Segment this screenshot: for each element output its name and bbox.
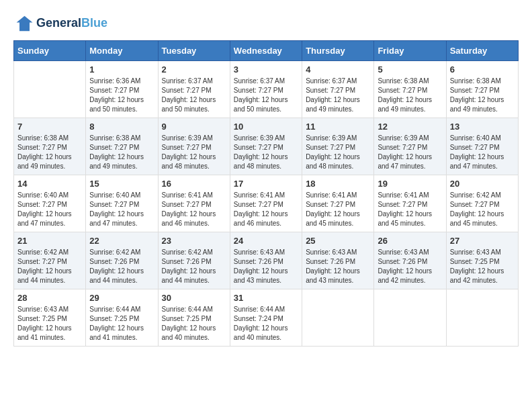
day-number: 8 xyxy=(89,122,154,132)
day-number: 30 xyxy=(162,293,226,303)
calendar-cell: 1 Sunrise: 6:36 AMSunset: 7:27 PMDayligh… xyxy=(86,61,158,118)
weekday-header: Sunday xyxy=(14,41,86,61)
day-number: 29 xyxy=(89,293,154,303)
calendar-week-row: 28 Sunrise: 6:43 AMSunset: 7:25 PMDaylig… xyxy=(14,289,519,347)
day-info: Sunrise: 6:43 AMSunset: 7:25 PMDaylight:… xyxy=(450,248,515,285)
day-number: 6 xyxy=(450,64,515,75)
calendar-cell: 20 Sunrise: 6:42 AMSunset: 7:27 PMDaylig… xyxy=(446,175,518,232)
calendar-cell: 25 Sunrise: 6:43 AMSunset: 7:26 PMDaylig… xyxy=(302,232,374,289)
day-info: Sunrise: 6:41 AMSunset: 7:27 PMDaylight:… xyxy=(234,191,298,228)
calendar-cell: 5 Sunrise: 6:38 AMSunset: 7:27 PMDayligh… xyxy=(374,61,446,118)
day-number: 14 xyxy=(17,179,82,189)
day-info: Sunrise: 6:39 AMSunset: 7:27 PMDaylight:… xyxy=(306,134,370,171)
day-number: 24 xyxy=(234,236,298,246)
day-number: 15 xyxy=(89,179,154,189)
logo-text: GeneralBlue xyxy=(36,17,107,30)
day-info: Sunrise: 6:44 AMSunset: 7:25 PMDaylight:… xyxy=(162,305,226,342)
day-number: 22 xyxy=(89,236,154,246)
calendar-cell: 7 Sunrise: 6:38 AMSunset: 7:27 PMDayligh… xyxy=(14,118,86,175)
calendar-cell xyxy=(374,289,446,347)
calendar-cell: 10 Sunrise: 6:39 AMSunset: 7:27 PMDaylig… xyxy=(230,118,302,175)
calendar-table: SundayMondayTuesdayWednesdayThursdayFrid… xyxy=(13,40,519,347)
calendar-week-row: 1 Sunrise: 6:36 AMSunset: 7:27 PMDayligh… xyxy=(14,61,519,118)
day-info: Sunrise: 6:43 AMSunset: 7:26 PMDaylight:… xyxy=(306,248,370,285)
day-number: 20 xyxy=(450,179,515,189)
day-info: Sunrise: 6:38 AMSunset: 7:27 PMDaylight:… xyxy=(89,134,154,171)
weekday-header: Thursday xyxy=(302,41,374,61)
calendar-cell: 8 Sunrise: 6:38 AMSunset: 7:27 PMDayligh… xyxy=(86,118,158,175)
calendar-cell xyxy=(302,289,374,347)
day-number: 28 xyxy=(17,293,82,303)
day-info: Sunrise: 6:44 AMSunset: 7:24 PMDaylight:… xyxy=(234,305,298,342)
calendar-cell xyxy=(446,289,518,347)
calendar-cell: 12 Sunrise: 6:39 AMSunset: 7:27 PMDaylig… xyxy=(374,118,446,175)
day-number: 7 xyxy=(17,122,82,132)
calendar-cell: 19 Sunrise: 6:41 AMSunset: 7:27 PMDaylig… xyxy=(374,175,446,232)
day-info: Sunrise: 6:43 AMSunset: 7:26 PMDaylight:… xyxy=(378,248,442,285)
calendar-cell: 6 Sunrise: 6:38 AMSunset: 7:27 PMDayligh… xyxy=(446,61,518,118)
calendar-cell: 2 Sunrise: 6:37 AMSunset: 7:27 PMDayligh… xyxy=(158,61,230,118)
calendar-cell: 15 Sunrise: 6:40 AMSunset: 7:27 PMDaylig… xyxy=(86,175,158,232)
day-info: Sunrise: 6:40 AMSunset: 7:27 PMDaylight:… xyxy=(450,134,515,171)
day-info: Sunrise: 6:37 AMSunset: 7:27 PMDaylight:… xyxy=(306,77,370,114)
day-info: Sunrise: 6:42 AMSunset: 7:26 PMDaylight:… xyxy=(162,248,226,285)
day-info: Sunrise: 6:41 AMSunset: 7:27 PMDaylight:… xyxy=(162,191,226,228)
calendar-cell: 22 Sunrise: 6:42 AMSunset: 7:26 PMDaylig… xyxy=(86,232,158,289)
calendar-cell: 27 Sunrise: 6:43 AMSunset: 7:25 PMDaylig… xyxy=(446,232,518,289)
day-info: Sunrise: 6:42 AMSunset: 7:27 PMDaylight:… xyxy=(17,248,82,285)
day-number: 23 xyxy=(162,236,226,246)
day-info: Sunrise: 6:40 AMSunset: 7:27 PMDaylight:… xyxy=(89,191,154,228)
day-number: 2 xyxy=(162,64,226,75)
weekday-header: Saturday xyxy=(446,41,518,61)
day-info: Sunrise: 6:37 AMSunset: 7:27 PMDaylight:… xyxy=(234,77,298,114)
day-number: 17 xyxy=(234,179,298,189)
calendar-week-row: 7 Sunrise: 6:38 AMSunset: 7:27 PMDayligh… xyxy=(14,118,519,175)
day-info: Sunrise: 6:39 AMSunset: 7:27 PMDaylight:… xyxy=(378,134,442,171)
calendar-cell: 23 Sunrise: 6:42 AMSunset: 7:26 PMDaylig… xyxy=(158,232,230,289)
calendar-week-row: 14 Sunrise: 6:40 AMSunset: 7:27 PMDaylig… xyxy=(14,175,519,232)
day-info: Sunrise: 6:44 AMSunset: 7:25 PMDaylight:… xyxy=(89,305,154,342)
calendar-cell: 21 Sunrise: 6:42 AMSunset: 7:27 PMDaylig… xyxy=(14,232,86,289)
svg-marker-0 xyxy=(17,16,33,32)
calendar-cell: 18 Sunrise: 6:41 AMSunset: 7:27 PMDaylig… xyxy=(302,175,374,232)
calendar-cell: 31 Sunrise: 6:44 AMSunset: 7:24 PMDaylig… xyxy=(230,289,302,347)
day-number: 16 xyxy=(162,179,226,189)
day-number: 5 xyxy=(378,64,442,75)
calendar-cell: 28 Sunrise: 6:43 AMSunset: 7:25 PMDaylig… xyxy=(14,289,86,347)
day-number: 3 xyxy=(234,64,298,75)
day-number: 11 xyxy=(306,122,370,132)
calendar-cell: 17 Sunrise: 6:41 AMSunset: 7:27 PMDaylig… xyxy=(230,175,302,232)
logo: GeneralBlue xyxy=(13,13,107,34)
day-number: 4 xyxy=(306,64,370,75)
calendar-cell: 29 Sunrise: 6:44 AMSunset: 7:25 PMDaylig… xyxy=(86,289,158,347)
day-info: Sunrise: 6:42 AMSunset: 7:26 PMDaylight:… xyxy=(89,248,154,285)
calendar-cell: 9 Sunrise: 6:39 AMSunset: 7:27 PMDayligh… xyxy=(158,118,230,175)
calendar-cell: 30 Sunrise: 6:44 AMSunset: 7:25 PMDaylig… xyxy=(158,289,230,347)
day-info: Sunrise: 6:38 AMSunset: 7:27 PMDaylight:… xyxy=(378,77,442,114)
calendar-week-row: 21 Sunrise: 6:42 AMSunset: 7:27 PMDaylig… xyxy=(14,232,519,289)
weekday-header-row: SundayMondayTuesdayWednesdayThursdayFrid… xyxy=(14,41,519,61)
page-header: GeneralBlue xyxy=(13,13,519,34)
calendar-cell: 3 Sunrise: 6:37 AMSunset: 7:27 PMDayligh… xyxy=(230,61,302,118)
day-number: 25 xyxy=(306,236,370,246)
calendar-cell: 4 Sunrise: 6:37 AMSunset: 7:27 PMDayligh… xyxy=(302,61,374,118)
day-info: Sunrise: 6:39 AMSunset: 7:27 PMDaylight:… xyxy=(234,134,298,171)
weekday-header: Wednesday xyxy=(230,41,302,61)
weekday-header: Monday xyxy=(86,41,158,61)
day-info: Sunrise: 6:41 AMSunset: 7:27 PMDaylight:… xyxy=(378,191,442,228)
calendar-cell: 24 Sunrise: 6:43 AMSunset: 7:26 PMDaylig… xyxy=(230,232,302,289)
day-number: 26 xyxy=(378,236,442,246)
calendar-cell: 11 Sunrise: 6:39 AMSunset: 7:27 PMDaylig… xyxy=(302,118,374,175)
day-info: Sunrise: 6:37 AMSunset: 7:27 PMDaylight:… xyxy=(162,77,226,114)
day-number: 10 xyxy=(234,122,298,132)
day-info: Sunrise: 6:41 AMSunset: 7:27 PMDaylight:… xyxy=(306,191,370,228)
calendar-cell: 13 Sunrise: 6:40 AMSunset: 7:27 PMDaylig… xyxy=(446,118,518,175)
day-number: 19 xyxy=(378,179,442,189)
day-info: Sunrise: 6:39 AMSunset: 7:27 PMDaylight:… xyxy=(162,134,226,171)
weekday-header: Tuesday xyxy=(158,41,230,61)
day-info: Sunrise: 6:38 AMSunset: 7:27 PMDaylight:… xyxy=(17,134,82,171)
day-number: 27 xyxy=(450,236,515,246)
day-info: Sunrise: 6:36 AMSunset: 7:27 PMDaylight:… xyxy=(89,77,154,114)
logo-icon xyxy=(13,13,34,34)
day-number: 9 xyxy=(162,122,226,132)
